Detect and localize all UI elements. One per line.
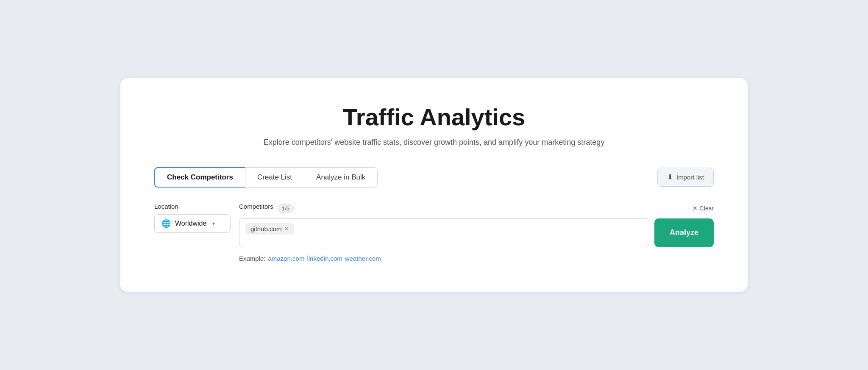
tag-value: github.com xyxy=(250,225,281,232)
clear-label: Clear xyxy=(700,205,714,212)
location-dropdown[interactable]: 🌐 Worldwide ▾ xyxy=(154,214,231,233)
tab-create-list[interactable]: Create List xyxy=(245,167,304,188)
page-title: Traffic Analytics xyxy=(154,104,714,131)
example-link-amazon[interactable]: amazon.com xyxy=(268,255,305,262)
competitors-label-group: Competitors 1/5 xyxy=(239,203,294,214)
form-section: Location 🌐 Worldwide ▾ Competitors 1/5 ✕… xyxy=(154,203,714,262)
location-label: Location xyxy=(154,203,231,210)
import-list-label: Import list xyxy=(676,174,704,181)
tabs-group: Check Competitors Create List Analyze in… xyxy=(154,167,378,188)
tag-remove-icon[interactable]: ✕ xyxy=(284,226,289,232)
import-icon: ⬇ xyxy=(667,173,673,182)
clear-x-icon: ✕ xyxy=(693,205,698,212)
globe-icon: 🌐 xyxy=(161,219,171,228)
competitors-input-area: github.com ✕ Analyze xyxy=(239,218,714,247)
example-link-linkedin[interactable]: linkedin.com xyxy=(307,255,342,262)
main-card: Traffic Analytics Explore competitors' w… xyxy=(120,78,748,291)
competitors-label: Competitors xyxy=(239,203,273,210)
clear-button[interactable]: ✕ Clear xyxy=(693,205,714,212)
tag-github: github.com ✕ xyxy=(245,223,294,235)
analyze-button[interactable]: Analyze xyxy=(654,218,714,247)
location-value: Worldwide xyxy=(175,220,206,227)
examples-row: Example: amazon.com linkedin.com weather… xyxy=(239,255,714,262)
tab-analyze-in-bulk[interactable]: Analyze in Bulk xyxy=(304,167,378,188)
example-link-weather[interactable]: weather.com xyxy=(345,255,381,262)
import-list-button[interactable]: ⬇ Import list xyxy=(657,168,714,187)
header-section: Traffic Analytics Explore competitors' w… xyxy=(154,104,714,146)
location-block: Location 🌐 Worldwide ▾ xyxy=(154,203,231,233)
chevron-down-icon: ▾ xyxy=(212,221,215,226)
competitors-field[interactable]: github.com ✕ xyxy=(239,218,649,247)
tabs-row: Check Competitors Create List Analyze in… xyxy=(154,167,714,188)
competitors-count-badge: 1/5 xyxy=(278,204,294,213)
examples-prefix: Example: xyxy=(239,255,266,262)
tab-check-competitors[interactable]: Check Competitors xyxy=(154,167,245,188)
competitors-label-row: Competitors 1/5 ✕ Clear xyxy=(239,203,714,214)
competitors-block: Competitors 1/5 ✕ Clear github.com ✕ Ana… xyxy=(239,203,714,262)
page-subtitle: Explore competitors' website traffic sta… xyxy=(154,138,714,147)
